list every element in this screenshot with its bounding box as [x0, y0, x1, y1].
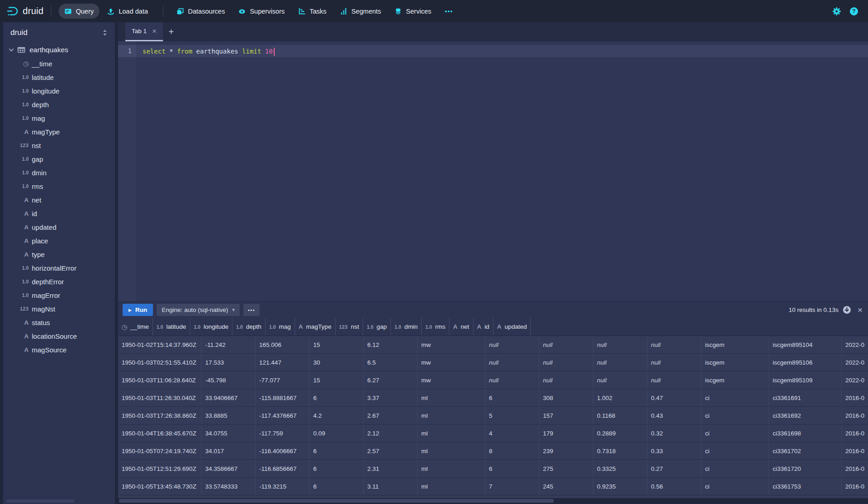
cell-rms[interactable]: 0.33: [647, 442, 701, 460]
cell-magType[interactable]: ml: [418, 425, 485, 442]
sidebar-column-item[interactable]: A status: [3, 316, 115, 329]
cell-time[interactable]: 1950-01-05T12:51:29.690Z: [118, 460, 202, 477]
cell-magType[interactable]: ml: [418, 389, 485, 406]
nav-more-button[interactable]: •••: [439, 4, 459, 19]
druid-logo[interactable]: druid: [6, 5, 44, 17]
cell-nst[interactable]: 8: [485, 442, 539, 460]
sidebar-header[interactable]: druid: [3, 22, 115, 43]
cell-nst[interactable]: 5: [485, 407, 539, 424]
sidebar-column-item[interactable]: A place: [3, 234, 115, 247]
cell-time[interactable]: 1950-01-03T11:26:30.040Z: [118, 389, 202, 406]
sidebar-item-earthquakes-table[interactable]: earthquakes: [3, 43, 115, 57]
cell-depth[interactable]: 30: [310, 354, 364, 371]
cell-magType[interactable]: mw: [418, 336, 485, 353]
cell-updated[interactable]: 2016-0: [842, 460, 868, 477]
cell-nst[interactable]: 7: [485, 478, 539, 495]
cell-net[interactable]: iscgem: [701, 371, 769, 389]
cell-dmin[interactable]: 0.3325: [593, 460, 647, 477]
cell-depth[interactable]: 4.2: [310, 407, 364, 424]
cell-gap[interactable]: 245: [539, 478, 593, 495]
cell-dmin[interactable]: null: [593, 336, 647, 353]
cell-id[interactable]: ci3361720: [769, 460, 842, 477]
cell-time[interactable]: 1950-01-05T13:45:48.730Z: [118, 478, 202, 495]
cell-id[interactable]: ci3361753: [769, 478, 842, 495]
cell-dmin[interactable]: 1.002: [593, 389, 647, 406]
sql-editor[interactable]: 1 select * from earthquakes limit 10: [118, 41, 868, 301]
cell-longitude[interactable]: -116.4006667: [256, 442, 310, 460]
cell-dmin[interactable]: null: [593, 354, 647, 371]
cell-nst[interactable]: null: [485, 354, 539, 371]
sidebar-column-item[interactable]: 1.0 latitude: [3, 70, 115, 84]
cell-magType[interactable]: mw: [418, 371, 485, 389]
cell-net[interactable]: ci: [701, 478, 769, 495]
sidebar-column-item[interactable]: 1.0 dmin: [3, 166, 115, 179]
cell-magType[interactable]: ml: [418, 407, 485, 424]
results-column-header[interactable]: 1.0 rms: [422, 318, 449, 336]
cell-latitude[interactable]: -45.798: [202, 371, 256, 389]
cell-id[interactable]: ci3361692: [769, 407, 842, 424]
cell-latitude[interactable]: 34.017: [202, 442, 256, 460]
cell-updated[interactable]: 2022-0: [842, 371, 868, 389]
sidebar-column-item[interactable]: ◷ __time: [3, 57, 115, 70]
cell-updated[interactable]: 2016-0: [842, 425, 868, 442]
cell-rms[interactable]: 0.27: [647, 460, 701, 477]
cell-magType[interactable]: ml: [418, 478, 485, 495]
cell-time[interactable]: 1950-01-04T16:38:45.670Z: [118, 425, 202, 442]
cell-magType[interactable]: mw: [418, 354, 485, 371]
sidebar-horizontal-scrollbar[interactable]: [6, 499, 88, 503]
cell-mag[interactable]: 6.5: [364, 354, 418, 371]
cell-mag[interactable]: 2.12: [364, 425, 418, 442]
cell-depth[interactable]: 0.09: [310, 425, 364, 442]
sidebar-column-item[interactable]: 1.0 gap: [3, 152, 115, 166]
cell-nst[interactable]: 6: [485, 460, 539, 477]
cell-updated[interactable]: 2022-0: [842, 336, 868, 353]
nav-item-segments[interactable]: Segments: [334, 4, 387, 19]
sidebar-column-item[interactable]: A net: [3, 193, 115, 207]
cell-rms[interactable]: 0.32: [647, 425, 701, 442]
cell-gap[interactable]: 157: [539, 407, 593, 424]
double-caret-sort-icon[interactable]: [101, 29, 108, 36]
results-column-header[interactable]: 1.0 latitude: [153, 318, 190, 336]
cell-latitude[interactable]: 17.533: [202, 354, 256, 371]
results-column-header[interactable]: A updated: [493, 318, 531, 336]
help-button[interactable]: ?: [849, 6, 859, 16]
cell-gap[interactable]: 308: [539, 389, 593, 406]
cell-net[interactable]: iscgem: [701, 336, 769, 353]
nav-item-tasks[interactable]: Tasks: [292, 4, 332, 19]
cell-time[interactable]: 1950-01-02T15:14:37.960Z: [118, 336, 202, 353]
results-column-header[interactable]: 1.0 mag: [266, 318, 295, 336]
cell-longitude[interactable]: -117.4376667: [256, 407, 310, 424]
cell-rms[interactable]: null: [647, 336, 701, 353]
results-column-header[interactable]: A net: [449, 318, 473, 336]
cell-time[interactable]: 1950-01-03T17:26:38.860Z: [118, 407, 202, 424]
results-column-header[interactable]: 1.0 dmin: [391, 318, 422, 336]
cell-gap[interactable]: null: [539, 371, 593, 389]
cell-id[interactable]: ci3361698: [769, 425, 842, 442]
sidebar-column-item[interactable]: A type: [3, 247, 115, 261]
cell-gap[interactable]: 179: [539, 425, 593, 442]
results-horizontal-scrollbar[interactable]: [118, 498, 868, 504]
cell-id[interactable]: ci3361691: [769, 389, 842, 406]
cell-latitude[interactable]: 33.9406667: [202, 389, 256, 406]
cell-latitude[interactable]: 33.5748333: [202, 478, 256, 495]
cell-gap[interactable]: null: [539, 354, 593, 371]
cell-time[interactable]: 1950-01-05T07:24:19.740Z: [118, 442, 202, 460]
cell-updated[interactable]: 2016-0: [842, 389, 868, 406]
nav-item-load-data[interactable]: Load data: [101, 4, 154, 19]
cell-longitude[interactable]: -77.077: [256, 371, 310, 389]
cell-net[interactable]: iscgem: [701, 354, 769, 371]
cell-gap[interactable]: null: [539, 336, 593, 353]
sidebar-column-item[interactable]: 1.0 mag: [3, 111, 115, 125]
download-results-button[interactable]: [842, 305, 852, 315]
chevron-down-icon[interactable]: [8, 46, 15, 54]
cell-longitude[interactable]: 121.447: [256, 354, 310, 371]
cell-longitude[interactable]: -117.759: [256, 425, 310, 442]
cell-longitude[interactable]: -116.6856667: [256, 460, 310, 477]
sidebar-column-item[interactable]: 1.0 depthError: [3, 275, 115, 288]
cell-id[interactable]: iscgem895109: [769, 371, 842, 389]
results-column-header[interactable]: 1.0 longitude: [190, 318, 232, 336]
scrollbar-thumb[interactable]: [119, 499, 554, 503]
cell-depth[interactable]: 15: [310, 336, 364, 353]
cell-id[interactable]: iscgem895106: [769, 354, 842, 371]
cell-mag[interactable]: 3.37: [364, 389, 418, 406]
